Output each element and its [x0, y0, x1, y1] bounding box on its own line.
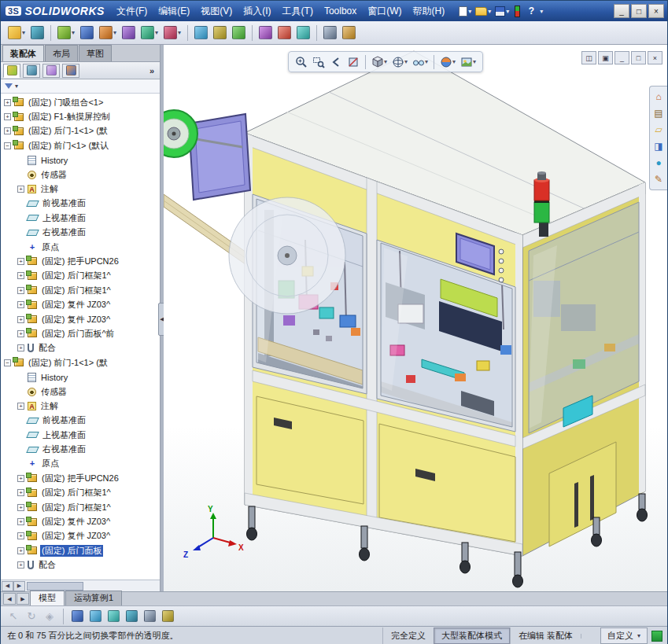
study-tab[interactable]: 模型 — [30, 591, 65, 605]
reference-geometry-button[interactable]: ▾ — [161, 23, 183, 43]
menu-item[interactable]: 编辑(E) — [153, 2, 195, 21]
mate-button[interactable] — [28, 23, 46, 43]
tree-expand-toggle[interactable]: + — [4, 99, 11, 106]
previous-view-button[interactable] — [328, 53, 344, 71]
tree-expand-toggle[interactable]: − — [4, 359, 11, 366]
scroll-left-button[interactable]: ◀ — [2, 581, 13, 591]
tree-item[interactable]: +(固定) 后门框架1^ — [1, 283, 160, 297]
tree-item[interactable]: +(固定) 门吸组合<1> — [1, 95, 160, 109]
chevron-down-icon[interactable]: ▾ — [540, 8, 543, 15]
doc-minimize-button[interactable]: _ — [614, 51, 629, 64]
tree-expand-toggle[interactable]: + — [17, 344, 24, 351]
chevron-down-icon[interactable]: ▾ — [506, 8, 509, 15]
tree-item[interactable]: −(固定) 前门<1> (默认 — [1, 138, 160, 153]
close-button[interactable]: × — [648, 4, 664, 18]
solidworks-resources-tab[interactable]: ⌂ — [651, 90, 666, 104]
menu-item[interactable]: 帮助(H) — [408, 2, 451, 21]
menu-item[interactable]: Toolbox — [319, 2, 362, 20]
custom-dropdown[interactable]: 自定义 ▾ — [600, 627, 648, 644]
panel-more-button[interactable]: » — [146, 66, 157, 75]
measure-button[interactable] — [256, 23, 275, 43]
tree-expand-toggle[interactable]: + — [4, 127, 11, 134]
tree-item[interactable]: +A注解 — [1, 399, 160, 413]
propertymanager-tab[interactable] — [23, 64, 40, 78]
tree-expand-toggle[interactable]: + — [17, 403, 24, 410]
new-file-button[interactable]: ▾ — [458, 6, 472, 17]
component-pattern-button[interactable]: ▾ — [55, 23, 77, 43]
tree-expand-toggle[interactable]: − — [4, 142, 11, 149]
tree-expand-toggle[interactable]: + — [17, 301, 24, 308]
scrollbar-thumb[interactable] — [27, 582, 83, 591]
tree-expand-toggle[interactable]: + — [17, 316, 24, 323]
zoom-to-area-button[interactable] — [311, 53, 327, 71]
assembly-3d-model[interactable]: Y X Z — [164, 45, 667, 591]
tree-expand-toggle[interactable]: + — [17, 186, 24, 193]
tree-filter-bar[interactable]: ▾ — [1, 79, 160, 94]
tree-item[interactable]: +(固定) 复件 JZ03^ — [1, 529, 160, 543]
show-hidden-components-button[interactable] — [120, 23, 138, 43]
zoom-to-fit-button[interactable] — [293, 53, 309, 71]
minimize-button[interactable]: _ — [614, 4, 629, 18]
tree-item[interactable]: −(固定) 前门-1<1> (默 — [1, 355, 160, 370]
scroll-right-button[interactable]: ▶ — [13, 581, 25, 591]
tree-item[interactable]: 上视基准面 — [1, 428, 160, 442]
grid-view-button[interactable] — [160, 609, 175, 624]
file-explorer-tab[interactable]: ▱ — [651, 123, 666, 137]
help-button[interactable]: ? — [525, 6, 537, 17]
tree-expand-toggle[interactable]: + — [17, 489, 24, 496]
pane-split-button[interactable]: ◫ — [581, 51, 596, 64]
tree-item[interactable]: +(固定) 后门面板 — [1, 543, 160, 558]
menu-item[interactable]: 视图(V) — [195, 2, 238, 21]
tree-item[interactable]: 右视基准面 — [1, 442, 160, 456]
tree-item[interactable]: History — [1, 370, 160, 384]
menu-item[interactable]: 插入(I) — [238, 2, 276, 21]
tree-item[interactable]: History — [1, 153, 160, 167]
featuremanager-tree-tab[interactable] — [3, 64, 20, 78]
tree-item[interactable]: +(固定) 把手UPCN26 — [1, 471, 160, 485]
restore-button[interactable]: □ — [631, 4, 647, 18]
save-button[interactable]: ▾ — [494, 6, 510, 17]
commandmanager-tab[interactable]: 草图 — [79, 45, 112, 61]
move-component-button[interactable]: ▾ — [97, 23, 119, 43]
menu-item[interactable]: 窗口(W) — [362, 2, 407, 21]
appearances-tab[interactable]: ● — [651, 156, 666, 170]
pan-tool-icon[interactable]: ◈ — [42, 609, 57, 624]
apply-scene-button[interactable]: ▾ — [459, 53, 478, 71]
tree-item[interactable]: +(固定) 后门框架1^ — [1, 269, 160, 283]
tree-item[interactable]: +(固定) 后门-1<1> (默 — [1, 124, 160, 138]
open-file-button[interactable]: ▾ — [474, 6, 492, 17]
viewport-layout-button[interactable] — [69, 609, 85, 624]
insert-component-button[interactable]: ▾ — [6, 23, 28, 43]
tree-item[interactable]: +(固定) 后门框架1^ — [1, 486, 160, 500]
tab-scroll-right-button[interactable]: ▶ — [17, 593, 29, 605]
tree-expand-toggle[interactable]: + — [17, 287, 24, 294]
tree-item[interactable]: +配合 — [1, 558, 160, 572]
doc-restore-button[interactable]: □ — [631, 51, 646, 64]
graphics-viewport[interactable]: ▾ ▾ ▾ ▾ ▾ ◫ ▣ _ □ × ⌂ ▤ ▱ ◨ ● — [164, 45, 667, 591]
tree-item[interactable]: +(固定) 复件 JZ03^ — [1, 297, 160, 311]
view-orientation-button[interactable]: ▾ — [370, 53, 389, 71]
study-tab[interactable]: 运动算例1 — [65, 591, 122, 605]
tree-item[interactable]: +(固定) F1-触摸屏控制 — [1, 109, 160, 123]
smart-fasteners-button[interactable] — [78, 23, 96, 43]
display-style-button[interactable]: ▾ — [390, 53, 409, 71]
displaymanager-tab[interactable] — [62, 64, 79, 78]
tree-item[interactable]: 右视基准面 — [1, 226, 160, 240]
menu-item[interactable]: 工具(T) — [277, 2, 319, 21]
tree-item[interactable]: 传感器 — [1, 385, 160, 399]
tree-item[interactable]: +(固定) 复件 JZ03^ — [1, 514, 160, 528]
single-view-button[interactable] — [142, 609, 157, 624]
tree-item[interactable]: +原点 — [1, 457, 160, 471]
tree-expand-toggle[interactable]: + — [17, 330, 24, 337]
tree-expand-toggle[interactable]: + — [17, 532, 24, 539]
view-palette-tab[interactable]: ◨ — [651, 139, 666, 153]
tree-item[interactable]: +原点 — [1, 240, 160, 254]
tree-item[interactable]: 传感器 — [1, 167, 160, 182]
chevron-down-icon[interactable]: ▾ — [15, 83, 18, 90]
tree-expand-toggle[interactable]: + — [4, 113, 11, 120]
tree-expand-toggle[interactable]: + — [17, 258, 24, 265]
tree-expand-toggle[interactable]: + — [17, 272, 24, 279]
assembly-features-button[interactable]: ▾ — [138, 23, 161, 43]
two-view-button[interactable] — [87, 609, 103, 624]
tree-horizontal-scrollbar[interactable]: ◀ ▶ — [1, 580, 160, 591]
